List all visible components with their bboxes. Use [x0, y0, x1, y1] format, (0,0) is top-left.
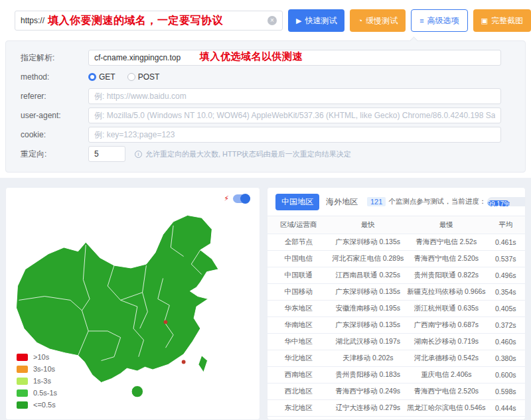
map-marker — [164, 320, 168, 324]
method-get-radio[interactable]: GET — [88, 72, 115, 82]
legend-item: >10s — [17, 353, 57, 361]
table-row: 东北地区辽宁大连移动 0.279s黑龙江哈尔滨电信 0.546s0.444s — [267, 400, 525, 417]
table-cell: 0.380s — [487, 350, 525, 367]
toggle-knob — [240, 194, 250, 204]
cookie-label: cookie: — [21, 130, 88, 139]
table-row: 中国电信河北石家庄电信 0.289s青海西宁电信 2.520s0.537s — [267, 251, 525, 267]
slow-test-button[interactable]: ◔ 缓慢测试 — [350, 9, 406, 32]
table-cell: 重庆电信 2.406s — [406, 367, 486, 384]
table-cell: 中国香港 0.308s — [406, 417, 486, 420]
resolve-label: 指定解析: — [21, 52, 88, 64]
table-cell: 河北石家庄电信 0.289s — [330, 251, 407, 267]
taiwan-shape — [198, 356, 208, 372]
redirect-hint: i 允许重定向的最大次数, HTTP状态码由最后一次重定向结果决定 — [135, 149, 351, 159]
legend-swatch — [17, 378, 28, 385]
method-label: method: — [21, 72, 88, 82]
legend-label: 1s-3s — [33, 377, 51, 385]
table-cell: 新疆克拉玛依移动 0.966s — [406, 284, 486, 301]
tab-china-region[interactable]: 中国地区 — [275, 194, 319, 210]
full-screenshot-label: 完整截图 — [491, 15, 523, 27]
table-row: 华北地区天津移动 0.202s河北承德移动 0.542s0.380s — [267, 350, 525, 367]
table-cell: 江西南昌联通 0.325s — [330, 267, 407, 284]
url-input[interactable]: https:// 填入你要测速的域名，一定要写协议 × — [15, 11, 283, 31]
method-post-label: POST — [138, 72, 160, 82]
table-cell: 中国台湾 0.228s — [330, 417, 407, 420]
radio-checked-icon — [88, 73, 96, 81]
legend-swatch — [17, 354, 28, 361]
user-agent-input[interactable] — [88, 107, 501, 123]
table-cell: 华北地区 — [267, 350, 330, 367]
slow-test-label: 缓慢测试 — [366, 15, 398, 27]
resolve-input[interactable] — [88, 50, 501, 66]
table-cell: 西南地区 — [267, 367, 330, 384]
map-card: ⚡ — [5, 187, 260, 420]
referer-input[interactable] — [88, 88, 501, 104]
table-cell: 广东深圳移动 0.135s — [330, 317, 407, 334]
table-cell: 华南地区 — [267, 317, 330, 334]
table-cell: 中国移动 — [267, 284, 330, 301]
node-count-badge: 121 — [367, 197, 386, 206]
table-cell: 0.372s — [487, 317, 525, 334]
table-cell: 全部节点 — [267, 234, 330, 251]
table-cell: 港澳台 — [267, 417, 330, 420]
table-cell: 安徽淮南移动 0.195s — [330, 301, 407, 317]
play-icon: ▶ — [296, 17, 301, 25]
legend-label: 0.5s-1s — [33, 389, 57, 397]
table-cell: 华东地区 — [267, 301, 330, 317]
table-cell: 广西南宁移动 0.687s — [406, 317, 486, 334]
legend-item: 3s-10s — [17, 365, 57, 373]
table-cell: 贵州贵阳移动 0.183s — [330, 367, 407, 384]
referer-label: referer: — [21, 92, 88, 101]
table-cell: 中国联通 — [267, 267, 330, 284]
table-row: 西南地区贵州贵阳移动 0.183s重庆电信 2.406s0.600s — [267, 367, 525, 384]
method-post-radio[interactable]: POST — [127, 72, 160, 82]
advanced-options-button[interactable]: ≡ 高级选项 — [411, 9, 467, 32]
map-legend: >10s 3s-10s 1s-3s 0.5s-1s <=0.5s — [17, 353, 57, 409]
table-cell: 0.496s — [487, 267, 525, 284]
user-agent-label: user-agent: — [21, 111, 88, 120]
table-cell: 0.444s — [487, 400, 525, 417]
table-cell: 贵州贵阳联通 0.822s — [406, 267, 486, 284]
table-cell: 黑龙江哈尔滨电信 0.546s — [406, 400, 486, 417]
clear-icon[interactable]: × — [267, 16, 277, 25]
table-header-row: 区域/运营商最快最慢平均 — [267, 216, 525, 234]
legend-swatch — [17, 401, 28, 409]
table-cell: 华中地区 — [267, 334, 330, 350]
cookie-input[interactable] — [88, 127, 501, 143]
table-cell: 青海西宁移动 0.249s — [330, 384, 407, 400]
table-cell: 湖北武汉移动 0.197s — [330, 334, 407, 350]
tab-overseas-region[interactable]: 海外地区 — [326, 196, 358, 208]
legend-swatch — [17, 366, 28, 373]
table-row: 华东地区安徽淮南移动 0.195s浙江杭州联通 0.635s0.405s — [267, 301, 525, 317]
bottom-section: ⚡ — [0, 178, 531, 420]
table-cell: 广东深圳移动 0.135s — [330, 234, 407, 251]
table-cell: 0.461s — [487, 234, 525, 251]
table-cell: 天津移动 0.202s — [330, 350, 407, 367]
advanced-options-label: 高级选项 — [427, 15, 459, 27]
redirect-input[interactable] — [88, 146, 125, 162]
redirect-label: 重定向: — [21, 149, 88, 160]
table-cell: 0.598s — [487, 384, 525, 400]
progress-text: 个监测点参与测试，当前进度： — [388, 197, 486, 206]
progress-bar: 99.17% — [487, 197, 526, 206]
info-icon: i — [135, 151, 142, 158]
table-cell: 西北地区 — [267, 384, 330, 400]
table-cell: 中国电信 — [267, 251, 330, 267]
table-header-cell: 平均 — [487, 216, 525, 234]
table-cell: 0.460s — [487, 334, 525, 350]
url-prefix: https:// — [21, 16, 44, 25]
results-table: 区域/运营商最快最慢平均 全部节点广东深圳移动 0.135s青海西宁电信 2.5… — [267, 216, 525, 420]
quick-test-label: 快速测试 — [305, 15, 337, 27]
clock-icon: ◔ — [358, 17, 362, 25]
table-cell: 0.268s — [487, 417, 525, 420]
map-marker-toggle[interactable] — [233, 194, 250, 203]
legend-item: 0.5s-1s — [17, 389, 57, 397]
full-screenshot-button[interactable]: ▣ 完整截图 — [473, 9, 531, 32]
table-header-cell: 区域/运营商 — [267, 216, 330, 234]
results-header: 中国地区 海外地区 121 个监测点参与测试，当前进度： 99.17% — [267, 194, 525, 210]
table-cell: 0.354s — [487, 284, 525, 301]
quick-test-button[interactable]: ▶ 快速测试 — [288, 9, 344, 32]
sliders-icon: ≡ — [419, 17, 423, 25]
flash-icon: ⚡ — [224, 195, 229, 202]
advanced-options-panel: 指定解析: 填入优选域名以供测速 method: GET POST refere… — [5, 40, 526, 173]
